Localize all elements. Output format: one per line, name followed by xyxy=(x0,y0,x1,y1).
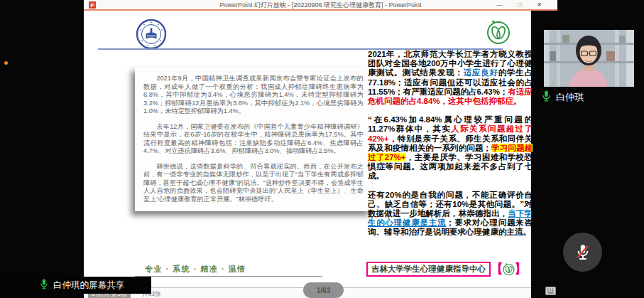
screen-share-overlay: 白仲琪的屏幕共享 xyxy=(0,277,151,294)
share-label: 白仲琪的屏幕共享 xyxy=(53,280,124,292)
badge-bracket-right: 】 xyxy=(514,261,527,277)
quote-paragraph: 2021年9月，中国精神卫生调查成果新闻发布会暨专家论证会上发布的数据，对成年人… xyxy=(143,75,364,116)
participant-name: 白仲琪 xyxy=(556,91,584,104)
quote-paragraph: 林崇德说，这些数据是科学的、符合客观现实的。然而，在公开发布之前，有一些非专业的… xyxy=(143,163,364,204)
center-name-label: 吉林大学学生心理健康指导中心 xyxy=(366,262,491,277)
slide-body-text: 2021年，北京师范大学长江学者方晓义教授团队对全国各地200万中小学生进行了心… xyxy=(368,50,533,247)
slide-canvas: 2021年9月，中国精神卫生调查成果新闻发布会暨专家论证会上发布的数据，对成年人… xyxy=(84,11,531,287)
maximize-button[interactable]: □ xyxy=(518,0,521,9)
mute-button[interactable] xyxy=(563,233,602,272)
close-button[interactable]: ✕ xyxy=(537,0,542,9)
footer-underline xyxy=(135,276,322,277)
participant-row: 白仲琪 xyxy=(542,90,584,105)
statistics-quote-block: 2021年9月，中国精神卫生调查成果新闻发布会暨专家论证会上发布的数据，对成年人… xyxy=(135,67,372,211)
page-indicator-pill[interactable]: 1/63 xyxy=(303,282,344,298)
window-titlebar[interactable]: P PowerPoint 幻灯片放映 - [20220906 研究生心理健康教育… xyxy=(84,0,557,11)
input-method-keyboard-icon[interactable] xyxy=(545,285,556,298)
center-name-badge: 吉林大学学生心理健康指导中心 【 】 xyxy=(366,260,527,278)
meeting-toolbar-dot xyxy=(4,61,8,65)
minimize-button[interactable]: — xyxy=(496,0,502,9)
share-mic-icon xyxy=(40,278,48,293)
psych-center-logo-icon xyxy=(485,18,512,48)
participant-mic-icon xyxy=(542,90,551,105)
body-paragraph: 还有20%的是自我的问题，不能正确评价自己、缺乏自信等；还有10%是其他问题。”… xyxy=(368,191,533,238)
body-paragraph: 2021年，北京师范大学长江学者方晓义教授团队对全国各地200万中小学生进行了心… xyxy=(368,50,533,106)
body-paragraph: “在6.43%加4.84%属心理较严重问题的11.27%群体中，其实人际关系问题… xyxy=(368,115,533,181)
slide-footer-motto: 专业 · 系统 · 精准 · 温情 xyxy=(145,264,246,275)
quote-paragraph: 去年12月，国家卫健委在发布的《中国首个儿童青少年精神障碍调研》结果中显示，在6… xyxy=(143,123,364,156)
jilin-university-seal-icon xyxy=(136,18,167,53)
participant-video-thumbnail[interactable] xyxy=(544,30,634,87)
